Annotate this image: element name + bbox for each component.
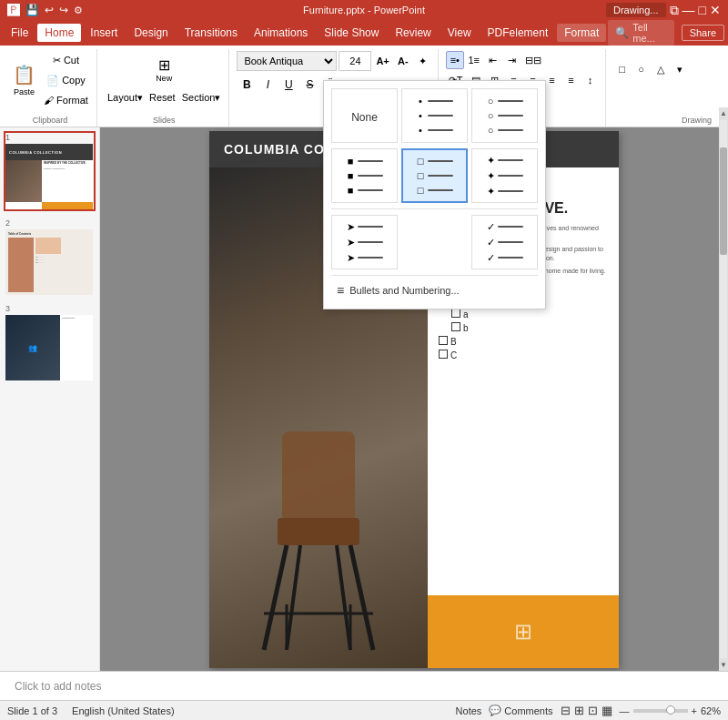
shape3-btn[interactable]: △ [652,60,670,78]
quick-styles-btn[interactable]: Aa Quick Styles [724,51,729,87]
bullets-btn[interactable]: ≡• [446,51,464,69]
search-box[interactable]: 🔍 Tell me... [608,20,673,46]
bullet-hollow-circle-option[interactable]: ○ ○ ○ [471,88,538,143]
add-notes-text[interactable]: Click to add notes [15,680,713,693]
format-painter-btn[interactable]: 🖌 Format [41,91,91,109]
bullet-checkmark-option[interactable]: ✓ ✓ ✓ [471,215,538,269]
underline-btn[interactable]: U [278,75,298,95]
slide-thumb-2[interactable]: 2 Table of Contents 01 ........02 ......… [4,217,96,297]
clear-format-btn[interactable]: ✦ [414,52,432,70]
maximize-btn[interactable]: □ [699,3,706,17]
reading-view-btn[interactable]: ⊡ [588,704,598,717]
menu-animations[interactable]: Animations [247,24,315,42]
slide-img-1: COLUMBIA COLLECTION INSPIRED BY THE COLL… [5,144,93,209]
comments-tab[interactable]: 💬Comments [489,705,552,716]
slide-thumb-3[interactable]: 3 👥 Content text... [4,302,96,382]
redo-btn[interactable]: ↪ [59,4,68,16]
menu-format[interactable]: Format [557,24,606,42]
increase-indent-btn[interactable]: ⇥ [503,51,521,69]
view-buttons: ⊟ ⊞ ⊡ ▦ [561,704,612,717]
menu-transitions[interactable]: Transitions [177,24,245,42]
shape1-btn[interactable]: □ [613,60,632,78]
font-name-select[interactable]: Book Antiqua [237,51,337,71]
menu-bar: File Home Insert Design Transitions Anim… [0,20,728,46]
zoom-slider[interactable] [633,709,688,713]
decrease-font-btn[interactable]: A- [394,52,412,70]
app-icon: 🅿 [7,3,20,17]
bold-btn[interactable]: B [237,75,257,95]
menu-insert[interactable]: Insert [83,24,125,42]
zoom-level[interactable]: 62% [701,705,721,716]
title-bar: 🅿 💾 ↩ ↪ ⚙ Furniture.pptx - PowerPoint Dr… [0,0,728,20]
slide-num-3: 3 [5,304,94,313]
scroll-track[interactable] [720,127,727,658]
menu-view[interactable]: View [440,24,479,42]
vertical-scrollbar[interactable]: ▲ ▼ [719,127,728,671]
menu-design[interactable]: Design [126,24,175,42]
bullet-arrow-option[interactable]: ➤ ➤ ➤ [331,215,398,269]
slide-num-2: 2 [5,218,94,228]
decrease-indent-btn[interactable]: ⇤ [484,51,502,69]
menu-pdfelement[interactable]: PDFelement [480,24,556,42]
shape2-btn[interactable]: ○ [632,60,651,78]
scroll-down-arrow[interactable]: ▼ [718,659,728,671]
shapes-more-btn[interactable]: ▾ [671,60,689,78]
normal-view-btn[interactable]: ⊟ [561,704,571,717]
new-slide-icon: ⊞ [158,56,170,74]
undo-btn[interactable]: ↩ [45,4,54,16]
notes-tab[interactable]: Notes [456,705,482,716]
slide-reset-btn[interactable]: Reset [147,88,178,106]
close-btn[interactable]: ✕ [710,3,721,17]
svg-rect-1 [278,518,359,545]
slide-info: Slide 1 of 3 [7,705,57,716]
numbering-btn[interactable]: 1≡ [465,51,483,69]
bullet-hollow-square-option[interactable]: □ □ □ [401,148,468,203]
slide-section-btn[interactable]: Section▾ [179,88,224,106]
copy-btn[interactable]: 📄 Copy [41,71,91,89]
slide-num-1: 1 [5,133,94,142]
presenter-view-btn[interactable]: ▦ [602,704,612,717]
share-btn[interactable]: Share [682,25,724,41]
new-slide-btn[interactable]: ⊞ New [144,51,184,87]
slides-group: ⊞ New Layout▾ Reset Section▾ Slides [99,49,229,127]
paste-btn[interactable]: 📋 Paste [9,54,39,106]
menu-slideshow[interactable]: Slide Show [317,24,386,42]
status-bar: Slide 1 of 3 English (United States) Not… [0,700,728,720]
menu-review[interactable]: Review [388,24,438,42]
bullets-numbering-btn[interactable]: ≡ Bullets and Numbering... [331,279,538,301]
slides-label: Slides [105,114,223,125]
menu-file[interactable]: File [4,24,35,42]
slide-layout-btn[interactable]: Layout▾ [105,88,146,106]
clipboard-top: 📋 Paste ✂ Cut 📄 Copy 🖌 Format [9,51,91,109]
slide-thumb-1[interactable]: 1 COLUMBIA COLLECTION INSPIRED BY THE CO… [4,131,96,211]
bullet-diamond-option[interactable]: ✦ ✦ ✦ [471,148,538,203]
justify-btn[interactable]: ≡ [562,71,581,89]
slide-sorter-btn[interactable]: ⊞ [574,704,584,717]
scroll-thumb[interactable] [720,147,727,255]
list-icon: ≡ [337,283,344,298]
zoom-thumb[interactable] [666,705,675,715]
zoom-in-btn[interactable]: + [692,705,697,716]
svg-line-4 [287,545,300,650]
drawing-group: □ ○ △ ▾ Aa Quick Styles ▾ Drawing [608,49,729,127]
line-spacing-btn[interactable]: ↕ [581,71,600,89]
menu-home[interactable]: Home [37,24,81,42]
quick-save[interactable]: 💾 [25,4,39,16]
increase-font-btn[interactable]: A+ [373,52,391,70]
bullet-divider [331,208,538,209]
restore-btn[interactable]: ⧉ [670,3,679,18]
minimize-btn[interactable]: — [682,3,695,17]
zoom-out-btn[interactable]: — [620,705,630,716]
checklist-item-C: C [439,349,608,360]
bullet-filled-square-option[interactable]: ■ ■ ■ [331,148,398,203]
bullet-filled-circle-option[interactable]: • • • [401,88,468,143]
italic-btn[interactable]: I [258,75,278,95]
strikethrough-btn[interactable]: S [299,75,319,95]
customize-btn[interactable]: ⚙ [74,5,83,16]
bullet-none-option[interactable]: None [331,88,398,143]
zoom-control: — + 62% [620,705,721,716]
columns-btn[interactable]: ⊟⊟ [522,51,544,69]
cut-btn[interactable]: ✂ Cut [41,51,91,69]
slide-img-2: Table of Contents 01 ........02 ........… [5,229,93,295]
font-size-input[interactable] [339,51,371,71]
